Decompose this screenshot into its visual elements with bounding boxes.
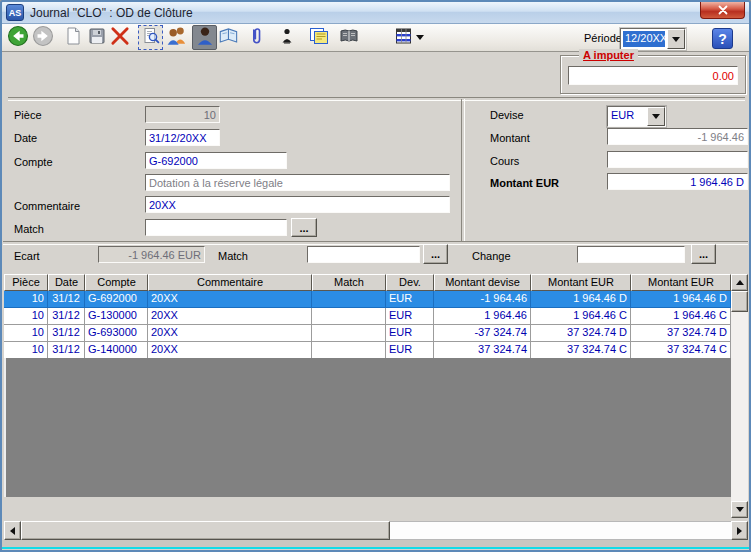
user-icon — [194, 25, 216, 50]
arrow-down-icon — [736, 507, 744, 512]
table-cell: EUR — [386, 308, 434, 325]
column-header[interactable]: Commentaire — [148, 274, 312, 291]
help-button[interactable]: ? — [712, 28, 733, 49]
table-cell: 37 324.74 C — [531, 342, 631, 359]
cours-label: Cours — [490, 155, 519, 167]
arrow-up-icon — [736, 280, 744, 285]
save-icon — [87, 26, 107, 49]
scroll-down-button[interactable] — [731, 501, 748, 518]
periode-label: Période — [584, 32, 622, 44]
back-button[interactable] — [5, 25, 30, 50]
map-book-button[interactable] — [216, 25, 241, 50]
vertical-scroll-thumb[interactable] — [731, 291, 748, 312]
commentaire-label: Commentaire — [14, 200, 80, 212]
vertical-scrollbar[interactable] — [731, 274, 748, 518]
table-cell: 1 964.46 C — [631, 308, 731, 325]
open-book-button[interactable] — [336, 25, 361, 50]
table-cell: G-692000 — [85, 291, 148, 308]
piece-label: Pièce — [14, 109, 42, 121]
cours-field[interactable] — [607, 151, 748, 168]
table-cell: 31/12 — [48, 342, 85, 359]
table-row[interactable]: 1031/12G-69200020XXEUR-1 964.461 964.46 … — [4, 291, 731, 308]
compte-description-field — [145, 174, 450, 191]
column-header[interactable]: Compte — [85, 274, 148, 291]
scroll-up-button[interactable] — [731, 274, 748, 291]
table-cell: 31/12 — [48, 325, 85, 342]
a-imputer-group: A imputer — [560, 55, 746, 94]
journal-table: PièceDateCompteCommentaireMatchDev.Monta… — [4, 274, 731, 359]
arrow-right-icon — [737, 527, 742, 535]
devise-select[interactable]: EUR — [607, 106, 666, 127]
user-button[interactable] — [192, 25, 217, 50]
table-empty-area — [4, 358, 731, 497]
toolbar: Période 12/20XX ? — [2, 24, 749, 52]
table-cell: 37 324.74 C — [631, 342, 731, 359]
scroll-right-button[interactable] — [731, 521, 748, 540]
montant-eur-label: Montant EUR — [490, 177, 559, 189]
column-header[interactable]: Montant EUR — [631, 274, 731, 291]
column-header[interactable]: Montant EUR — [531, 274, 631, 291]
match-field[interactable] — [145, 219, 287, 236]
table-row[interactable]: 1031/12G-69300020XXEUR-37 324.7437 324.7… — [4, 325, 731, 342]
ecart-match-browse-button[interactable]: ... — [423, 244, 448, 264]
ecart-match-field[interactable] — [307, 246, 420, 263]
attachment-button[interactable] — [243, 25, 268, 50]
close-button[interactable] — [700, 2, 745, 19]
devise-label: Devise — [490, 109, 524, 121]
open-book-icon — [338, 26, 360, 49]
form-vertical-divider — [461, 99, 465, 241]
table-row[interactable]: 1031/12G-14000020XXEUR37 324.7437 324.74… — [4, 342, 731, 359]
column-header[interactable]: Date — [48, 274, 85, 291]
delete-button[interactable] — [107, 25, 132, 50]
periode-select[interactable]: 12/20XX — [620, 28, 686, 50]
a-imputer-field[interactable] — [568, 66, 738, 85]
table-cell: 1 964.46 D — [531, 291, 631, 308]
match-browse-button[interactable]: ... — [291, 218, 317, 237]
montant-eur-field[interactable] — [607, 173, 748, 190]
horizontal-scroll-track[interactable] — [390, 521, 731, 540]
column-header[interactable]: Montant devise — [434, 274, 531, 291]
scroll-left-button[interactable] — [4, 521, 21, 540]
match-label: Match — [14, 223, 44, 235]
table-row[interactable]: 1031/12G-13000020XXEUR1 964.461 964.46 C… — [4, 308, 731, 325]
table-cell: 10 — [4, 291, 48, 308]
search-button[interactable] — [138, 25, 163, 50]
change-label: Change — [472, 250, 511, 262]
horizontal-scrollbar[interactable] — [4, 521, 748, 540]
back-icon — [7, 25, 29, 50]
column-header[interactable]: Dev. — [386, 274, 434, 291]
users-icon — [165, 25, 189, 50]
table-cell: 20XX — [148, 342, 312, 359]
vertical-scroll-track[interactable] — [731, 312, 748, 501]
forward-button[interactable] — [30, 25, 55, 50]
periode-value: 12/20XX — [623, 31, 665, 47]
form-window-icon — [308, 26, 330, 49]
title-bar[interactable]: AS Journal "CLO" : OD de Clôture — [2, 2, 749, 24]
date-field[interactable] — [145, 129, 220, 146]
new-document-button[interactable] — [60, 25, 85, 50]
compte-field[interactable] — [145, 152, 287, 169]
table-cell: 20XX — [148, 291, 312, 308]
chevron-down-icon — [652, 114, 660, 119]
column-header[interactable]: Pièce — [4, 274, 48, 291]
date-label: Date — [14, 132, 37, 144]
map-book-icon — [217, 25, 241, 50]
horizontal-scroll-thumb[interactable] — [21, 521, 390, 540]
change-field[interactable] — [577, 246, 685, 263]
window-title: Journal "CLO" : OD de Clôture — [30, 6, 193, 20]
devise-dropdown-button[interactable] — [647, 107, 665, 126]
piece-field[interactable] — [145, 106, 220, 123]
save-button[interactable] — [84, 25, 109, 50]
commentaire-field[interactable] — [145, 196, 450, 213]
table-cell — [312, 325, 386, 342]
periode-dropdown-button[interactable] — [667, 29, 685, 49]
change-browse-button[interactable]: ... — [691, 244, 716, 264]
form-window-button[interactable] — [306, 25, 331, 50]
search-icon — [141, 26, 161, 49]
person-button[interactable] — [274, 25, 299, 50]
column-header[interactable]: Match — [312, 274, 386, 291]
table-cell: 1 964.46 C — [531, 308, 631, 325]
bottom-accent-line — [2, 547, 749, 549]
users-button[interactable] — [164, 25, 189, 50]
grid-menu-button[interactable] — [392, 25, 426, 50]
